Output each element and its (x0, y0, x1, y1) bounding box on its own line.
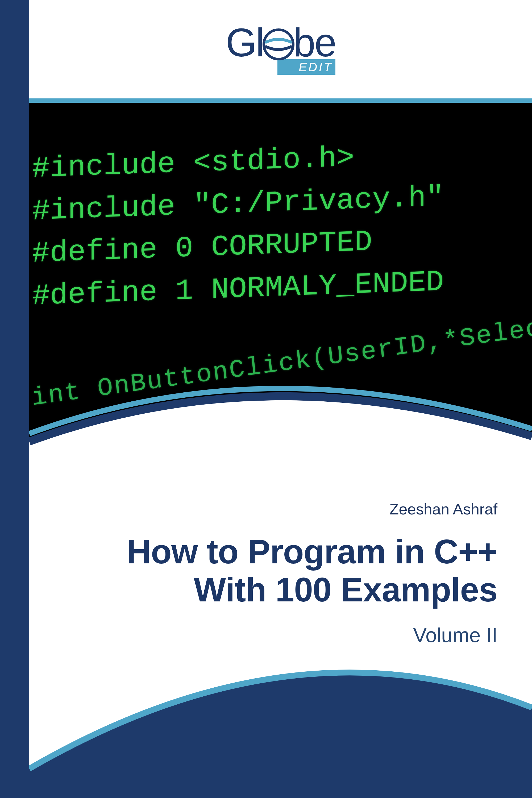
svg-point-0 (264, 30, 293, 59)
book-subtitle: Volume II (98, 624, 497, 647)
publisher-subbrand: EDIT (278, 59, 336, 75)
title-block: Zeeshan Ashraf How to Program in C++ Wit… (98, 500, 497, 647)
logo-text-left: Gl (226, 23, 264, 62)
top-accent-bar (29, 98, 532, 103)
book-cover: Gl be EDIT #include <stdio.h> #include "… (0, 0, 532, 798)
book-title: How to Program in C++ With 100 Examples (98, 533, 497, 609)
left-spine (0, 0, 29, 798)
title-line-1: How to Program in C++ (98, 533, 497, 571)
publisher-name: Gl be (226, 23, 336, 62)
code-line-5: int OnButtonClick(UserID,*Select (30, 308, 532, 417)
publisher-logo: Gl be EDIT (226, 23, 336, 75)
author-name: Zeeshan Ashraf (98, 500, 497, 518)
code-line-4: #define 1 NORMALY_ENDED (32, 265, 444, 313)
bottom-swoosh (29, 625, 532, 798)
code-line-1: #include <stdio.h> (32, 141, 354, 185)
logo-text-right: be (293, 23, 336, 62)
code-line-3: #define 0 CORRUPTED (32, 225, 372, 270)
code-text: #include <stdio.h> #include "C:/Privacy.… (29, 103, 532, 402)
globe-icon (263, 26, 294, 58)
title-line-2: With 100 Examples (98, 571, 497, 609)
code-illustration: #include <stdio.h> #include "C:/Privacy.… (29, 103, 532, 438)
publisher-logo-area: Gl be EDIT (29, 23, 532, 92)
code-line-2: #include "C:/Privacy.h" (32, 180, 444, 228)
